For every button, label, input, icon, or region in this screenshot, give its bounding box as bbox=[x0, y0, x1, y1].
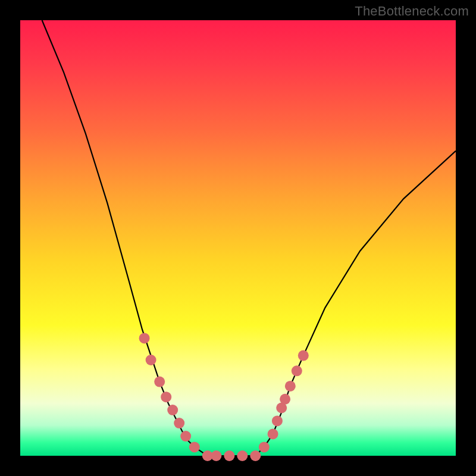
scatter-dot bbox=[189, 441, 200, 452]
scatter-dot bbox=[250, 450, 261, 461]
scatter-dot bbox=[224, 450, 234, 461]
scatter-dot bbox=[280, 394, 290, 405]
scatter-dot bbox=[237, 450, 248, 461]
scatter-dot bbox=[180, 431, 191, 441]
scatter-dot bbox=[139, 333, 150, 343]
scatter-dot bbox=[211, 450, 221, 461]
chart-svg bbox=[20, 20, 456, 456]
scatter-dot bbox=[167, 405, 178, 415]
watermark-text: TheBottleneck.com bbox=[355, 4, 469, 19]
scatter-dot bbox=[298, 350, 309, 361]
scatter-dot bbox=[154, 377, 165, 387]
outer-frame: TheBottleneck.com bbox=[0, 0, 476, 476]
scatter-dot bbox=[146, 355, 156, 365]
curve-group bbox=[42, 20, 456, 456]
left-curve bbox=[42, 20, 217, 456]
scatter-dot bbox=[268, 428, 278, 439]
scatter-dot bbox=[292, 365, 302, 376]
scatter-dot bbox=[259, 441, 270, 452]
scatter-dot bbox=[161, 392, 171, 402]
plot-area bbox=[20, 20, 456, 456]
scatter-dot bbox=[174, 418, 184, 428]
scatter-dot bbox=[285, 381, 296, 392]
scatter-dot bbox=[272, 415, 283, 426]
scatter-dots bbox=[139, 333, 309, 461]
